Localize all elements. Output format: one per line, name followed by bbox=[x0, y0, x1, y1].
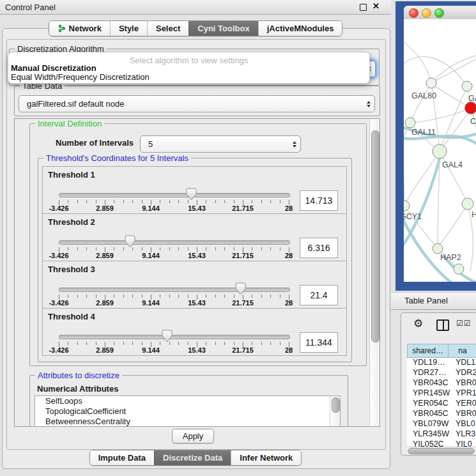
slider-tick bbox=[169, 247, 170, 250]
threshold-slider-2[interactable]: -3.4262.8599.14415.4321.71528 bbox=[59, 214, 289, 261]
attributes-scrollbar[interactable] bbox=[330, 396, 340, 427]
slider-tick bbox=[252, 342, 252, 345]
slider-scale-label: 15.43 bbox=[188, 299, 206, 307]
threshold-panel-2: Threshold 2-3.4262.8599.14415.4321.71528… bbox=[42, 213, 347, 261]
column-header-shared-[interactable]: shared… bbox=[407, 344, 448, 358]
network-edge[interactable] bbox=[438, 204, 468, 249]
tab-select[interactable]: Select bbox=[147, 21, 188, 36]
network-edge[interactable] bbox=[440, 151, 468, 204]
node-red[interactable] bbox=[465, 102, 476, 114]
tab-impute-data[interactable]: Impute Data bbox=[90, 450, 154, 465]
slider-thumb[interactable] bbox=[162, 330, 173, 342]
attribute-item-topologicalcoefficient[interactable]: TopologicalCoefficient bbox=[35, 406, 340, 417]
slider-tick bbox=[280, 342, 280, 345]
slider-tick bbox=[224, 295, 225, 298]
tab-infer-network[interactable]: Infer Network bbox=[231, 450, 301, 465]
network-edge[interactable] bbox=[440, 86, 467, 151]
node-bottom[interactable] bbox=[454, 264, 464, 274]
column-header-na[interactable]: na bbox=[448, 344, 476, 358]
minimize-traffic-light-icon[interactable] bbox=[422, 8, 431, 18]
gear-icon[interactable]: ⚙ bbox=[413, 317, 423, 330]
column-view-icon[interactable] bbox=[436, 319, 449, 331]
tab-cyni-toolbox[interactable]: Cyni Toolbox bbox=[188, 21, 257, 36]
node-right-h[interactable] bbox=[462, 198, 473, 210]
slider-thumb[interactable] bbox=[125, 235, 135, 248]
numerical-attributes-list[interactable]: SelfLoopsTopologicalCoefficientBetweenne… bbox=[35, 395, 341, 427]
table-row[interactable]: YDR27…YDR2 bbox=[407, 368, 476, 378]
number-of-intervals-combobox[interactable]: 5 bbox=[140, 135, 301, 153]
slider-tick bbox=[234, 295, 234, 298]
threshold-value-field[interactable]: 11.344 bbox=[300, 332, 338, 353]
threshold-slider-1[interactable]: -3.4262.8599.14415.4321.71528 bbox=[59, 167, 289, 213]
node-gal4[interactable] bbox=[433, 144, 447, 158]
slider-tick bbox=[261, 295, 262, 298]
threshold-value-field[interactable]: 14.713 bbox=[300, 190, 338, 211]
slider-tick bbox=[142, 247, 142, 250]
slider-tick bbox=[77, 200, 78, 203]
node-top-right[interactable] bbox=[462, 81, 472, 91]
attribute-item-selfloops[interactable]: SelfLoops bbox=[35, 396, 340, 406]
scrollbar-thumb[interactable] bbox=[332, 397, 340, 413]
slider-scale-label: 2.859 bbox=[96, 346, 114, 354]
table-row[interactable]: YDL19…YDL1 bbox=[407, 358, 476, 368]
table-data-combobox[interactable]: galFiltered.sif default node bbox=[19, 95, 375, 112]
table-row[interactable]: YIL052CYIL0 bbox=[407, 440, 476, 447]
slider-tick bbox=[86, 342, 87, 345]
node-hap2[interactable] bbox=[433, 243, 443, 254]
network-edge[interactable] bbox=[410, 83, 431, 123]
threshold-slider-3[interactable]: -3.4262.8599.14415.4321.71528 bbox=[59, 261, 289, 308]
network-edge[interactable] bbox=[431, 54, 476, 83]
cell-name: YBR0 bbox=[452, 378, 476, 388]
close-traffic-light-icon[interactable] bbox=[409, 8, 418, 18]
slider-scale-label: 2.859 bbox=[96, 204, 114, 212]
settings-scrollbar[interactable] bbox=[369, 119, 380, 426]
slider-track bbox=[59, 240, 290, 245]
table-row[interactable]: YLR345WYLR3 bbox=[407, 429, 476, 440]
table-row[interactable]: YER054CYER0 bbox=[407, 399, 476, 409]
slider-tick bbox=[114, 200, 114, 203]
control-panel-titlebar: Control Panel ✕ bbox=[0, 0, 391, 15]
apply-button[interactable]: Apply bbox=[172, 429, 214, 443]
node-gal80[interactable] bbox=[426, 78, 436, 88]
slider-thumb[interactable] bbox=[235, 282, 246, 295]
node-gal11[interactable] bbox=[405, 118, 415, 128]
scrollbar-thumb[interactable] bbox=[408, 448, 475, 454]
apply-label: Apply bbox=[183, 431, 204, 441]
tab-style[interactable]: Style bbox=[110, 21, 147, 36]
tab-discretize-data[interactable]: Discretize Data bbox=[154, 450, 231, 465]
slider-scale-label: 2.859 bbox=[96, 299, 114, 307]
network-edge[interactable] bbox=[404, 123, 410, 206]
algorithm-option-equal-width-frequency-discretization[interactable]: Equal Width/Frequency Discretization bbox=[10, 72, 367, 82]
table-row[interactable]: YPR145WYPR1 bbox=[407, 388, 476, 399]
close-icon[interactable]: ✕ bbox=[372, 1, 380, 11]
zoom-traffic-light-icon[interactable] bbox=[434, 8, 444, 18]
table-header: shared…na bbox=[407, 344, 476, 358]
network-canvas[interactable]: GAL80GACGAL11GAL4GCY1HHAP2 bbox=[404, 19, 476, 282]
select-columns-icon[interactable]: ☑☑ bbox=[456, 319, 472, 328]
algorithm-option-manual-discretization[interactable]: Manual Discretization bbox=[10, 63, 367, 73]
attributes-title: Attributes to discretize bbox=[35, 371, 122, 380]
node-gcy1[interactable] bbox=[404, 201, 410, 211]
float-window-icon[interactable] bbox=[360, 4, 367, 11]
node-red-label: C bbox=[470, 117, 476, 126]
slider-thumb[interactable] bbox=[186, 188, 197, 201]
table-panel-titlebar: Table Panel bbox=[391, 292, 476, 310]
table-hscrollbar[interactable] bbox=[407, 447, 476, 454]
threshold-slider-4[interactable]: -3.4262.8599.14415.4321.71528 bbox=[59, 309, 289, 355]
threshold-value-field[interactable]: 6.316 bbox=[300, 238, 338, 258]
table-row[interactable]: YBL079WYBL0 bbox=[407, 419, 476, 429]
tab-network[interactable]: Network bbox=[49, 21, 110, 36]
table-row[interactable]: YBR045CYBR0 bbox=[407, 409, 476, 419]
network-window-titlebar[interactable] bbox=[404, 6, 476, 20]
scrollbar-thumb[interactable] bbox=[371, 130, 380, 342]
threshold-value-field[interactable]: 21.4 bbox=[300, 285, 338, 305]
slider-tick bbox=[261, 200, 262, 203]
network-edge[interactable] bbox=[440, 108, 471, 151]
network-edge[interactable] bbox=[404, 96, 404, 206]
network-edge[interactable] bbox=[410, 110, 465, 123]
slider-scale-label: -3.426 bbox=[49, 252, 68, 259]
table-row[interactable]: YBR043CYBR0 bbox=[407, 378, 476, 388]
slider-scale-label: 28 bbox=[285, 299, 293, 307]
tab-jactivemnodules[interactable]: jActiveMNodules bbox=[258, 21, 342, 36]
attribute-item-betweennesscentrality[interactable]: BetweennessCentrality bbox=[35, 417, 340, 427]
